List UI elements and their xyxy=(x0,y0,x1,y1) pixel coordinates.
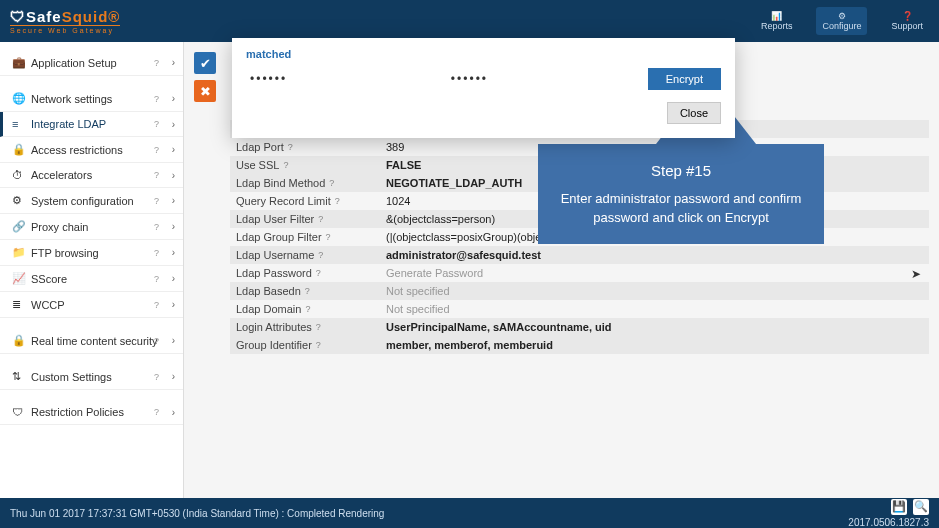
confirm-password-input[interactable]: •••••• xyxy=(447,69,638,89)
help-icon[interactable]: ? xyxy=(305,304,310,314)
form-row: Ldap Basedn ?Not specified xyxy=(230,282,929,300)
help-icon[interactable]: ? xyxy=(154,145,159,155)
top-action-reports[interactable]: 📊Reports xyxy=(755,7,799,35)
sliders-icon: ⇅ xyxy=(12,370,24,383)
help-icon[interactable]: ? xyxy=(154,170,159,180)
password-input[interactable]: •••••• xyxy=(246,69,437,89)
sidebar-item-label: Accelerators xyxy=(31,169,92,181)
form-row: Group Identifier ?member, memberof, memb… xyxy=(230,336,929,354)
sidebar-item-label: SScore xyxy=(31,273,67,285)
field-value[interactable]: UserPrincipalName, sAMAccountname, uid xyxy=(380,319,929,335)
briefcase-icon: 💼 xyxy=(12,56,24,69)
help-icon[interactable]: ? xyxy=(318,214,323,224)
list-icon: ≡ xyxy=(12,118,24,130)
close-icon[interactable]: ✖ xyxy=(194,80,216,102)
help-icon[interactable]: ? xyxy=(154,248,159,258)
sidebar-item-ftp-browsing[interactable]: 📁FTP browsing?› xyxy=(0,240,183,266)
sidebar-item-label: Custom Settings xyxy=(31,371,112,383)
sidebar-item-sscore[interactable]: 📈SScore?› xyxy=(0,266,183,292)
chevron-right-icon: › xyxy=(172,119,175,130)
help-icon[interactable]: ? xyxy=(154,300,159,310)
save-icon[interactable]: 💾 xyxy=(891,499,907,515)
sidebar-item-custom-settings[interactable]: ⇅Custom Settings?› xyxy=(0,364,183,390)
sidebar-item-label: System configuration xyxy=(31,195,134,207)
top-action-support[interactable]: ❓Support xyxy=(885,7,929,35)
sidebar-item-application-setup[interactable]: 💼Application Setup?› xyxy=(0,50,183,76)
help-icon[interactable]: ? xyxy=(154,222,159,232)
help-icon[interactable]: ? xyxy=(305,286,310,296)
help-icon[interactable]: ? xyxy=(329,178,334,188)
sidebar-item-wccp[interactable]: ≣WCCP?› xyxy=(0,292,183,318)
close-button[interactable]: Close xyxy=(667,102,721,124)
sidebar-item-accelerators[interactable]: ⏱Accelerators?› xyxy=(0,163,183,188)
field-label: Ldap Username ? xyxy=(230,247,380,263)
help-icon[interactable]: ? xyxy=(154,336,159,346)
list2-icon: ≣ xyxy=(12,298,24,311)
lock-icon: 🔒 xyxy=(12,334,24,347)
sidebar-item-label: WCCP xyxy=(31,299,65,311)
step-callout: Step #15 Enter administrator password an… xyxy=(538,144,824,244)
send-icon[interactable]: ➤ xyxy=(911,267,921,281)
sidebar-item-label: Proxy chain xyxy=(31,221,88,233)
sidebar-item-system-configuration[interactable]: ⚙System configuration?› xyxy=(0,188,183,214)
help-icon[interactable]: ? xyxy=(316,268,321,278)
chevron-right-icon: › xyxy=(172,195,175,206)
chevron-right-icon: › xyxy=(172,299,175,310)
chevron-right-icon: › xyxy=(172,335,175,346)
form-row: Ldap Username ?administrator@safesquid.t… xyxy=(230,246,929,264)
sidebar-item-network-settings[interactable]: 🌐Network settings?› xyxy=(0,86,183,112)
sidebar-item-label: FTP browsing xyxy=(31,247,99,259)
logo: 🛡SafeSquid® Secure Web Gateway xyxy=(10,8,120,34)
help-icon[interactable]: ? xyxy=(154,196,159,206)
callout-title: Step #15 xyxy=(552,160,810,183)
sidebar-item-restriction-policies[interactable]: 🛡Restriction Policies?› xyxy=(0,400,183,425)
sidebar-item-label: Network settings xyxy=(31,93,112,105)
search-icon[interactable]: 🔍 xyxy=(913,499,929,515)
form-row: Ldap Domain ?Not specified xyxy=(230,300,929,318)
modal-title: matched xyxy=(246,48,721,60)
sidebar-item-label: Access restrictions xyxy=(31,144,123,156)
chevron-right-icon: › xyxy=(172,371,175,382)
logo-tagline: Secure Web Gateway xyxy=(10,25,120,34)
sidebar-item-label: Restriction Policies xyxy=(31,406,124,418)
field-label: Ldap Group Filter ? xyxy=(230,229,380,245)
help-icon[interactable]: ? xyxy=(154,372,159,382)
version-text: 2017.0506.1827.3 xyxy=(848,517,929,528)
help-icon[interactable]: ? xyxy=(154,94,159,104)
help-icon[interactable]: ? xyxy=(335,196,340,206)
help-icon[interactable]: ? xyxy=(154,119,159,129)
top-action-configure[interactable]: ⚙Configure xyxy=(816,7,867,35)
encrypt-button[interactable]: Encrypt xyxy=(648,68,721,90)
help-icon[interactable]: ? xyxy=(154,407,159,417)
chevron-right-icon: › xyxy=(172,170,175,181)
callout-body: Enter administrator password and confirm… xyxy=(552,189,810,228)
field-value[interactable]: Generate Password➤ xyxy=(380,265,929,281)
field-value[interactable]: Not specified xyxy=(380,301,929,317)
check-icon[interactable]: ✔ xyxy=(194,52,216,74)
sidebar: 💼Application Setup?›🌐Network settings?›≡… xyxy=(0,42,184,498)
field-value[interactable]: Not specified xyxy=(380,283,929,299)
action-icon-column: ✔ ✖ xyxy=(194,52,216,102)
help-icon[interactable]: ? xyxy=(154,274,159,284)
help-icon[interactable]: ? xyxy=(288,142,293,152)
sidebar-item-integrate-ldap[interactable]: ≡Integrate LDAP?› xyxy=(0,112,183,137)
field-label: Ldap Password ? xyxy=(230,265,380,281)
field-label: Ldap Domain ? xyxy=(230,301,380,317)
field-label: Use SSL ? xyxy=(230,157,380,173)
help-icon[interactable]: ? xyxy=(283,160,288,170)
globe-icon: 🌐 xyxy=(12,92,24,105)
field-value[interactable]: administrator@safesquid.test xyxy=(380,247,929,263)
sidebar-item-access-restrictions[interactable]: 🔒Access restrictions?› xyxy=(0,137,183,163)
help-icon[interactable]: ? xyxy=(316,322,321,332)
form-row: Ldap Password ?Generate Password➤ xyxy=(230,264,929,282)
status-text: Thu Jun 01 2017 17:37:31 GMT+0530 (India… xyxy=(10,508,384,519)
sidebar-item-proxy-chain[interactable]: 🔗Proxy chain?› xyxy=(0,214,183,240)
sidebar-item-real-time-content-security[interactable]: 🔒Real time content security?› xyxy=(0,328,183,354)
field-value[interactable]: member, memberof, memberuid xyxy=(380,337,929,353)
field-label: Ldap User Filter ? xyxy=(230,211,380,227)
top-actions: 📊Reports⚙Configure❓Support xyxy=(755,7,929,35)
help-icon[interactable]: ? xyxy=(318,250,323,260)
help-icon[interactable]: ? xyxy=(326,232,331,242)
help-icon[interactable]: ? xyxy=(154,58,159,68)
help-icon[interactable]: ? xyxy=(316,340,321,350)
